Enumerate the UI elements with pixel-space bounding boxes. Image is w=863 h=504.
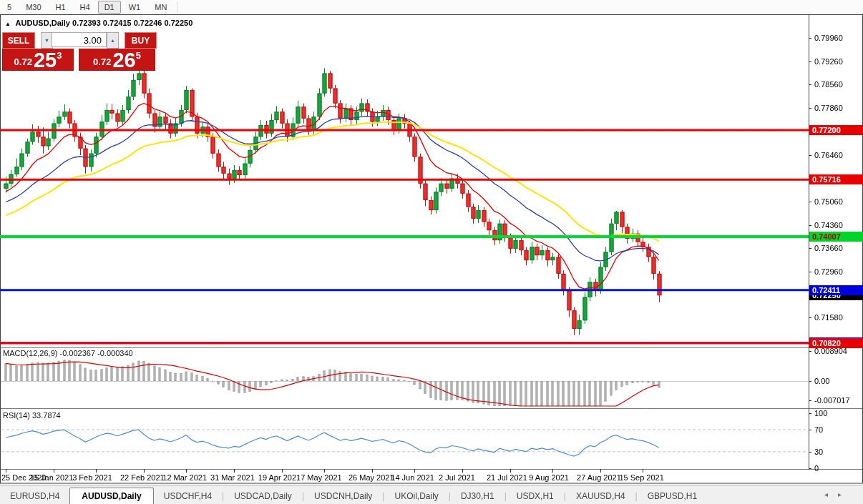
date-axis-label: 12 Mar 2021 (162, 473, 207, 482)
buy-price-pip: 5 (136, 50, 141, 61)
date-axis-label: 3 Feb 2021 (72, 473, 112, 482)
date-axis-label: 27 Aug 2021 (577, 473, 621, 482)
price-axis-tick-label: 0.72960 (814, 267, 843, 276)
sell-price-prefix: 0.72 (14, 56, 32, 67)
tab-ukoil-daily[interactable]: UKOil,Daily (384, 488, 448, 504)
sell-button[interactable]: SELL (2, 32, 35, 49)
chart-title: ▲ AUDUSD,Daily 0.72393 0.72415 0.72246 0… (5, 19, 192, 27)
sell-price-main: 25 (34, 51, 57, 69)
date-axis-label: 15 Sep 2021 (619, 473, 663, 482)
trading-terminal: 5M30H1H4D1W1MN ▲ AUDUSD,Daily 0.72393 0.… (0, 0, 863, 504)
rsi-value: 33.7874 (32, 411, 61, 420)
chevron-up-icon: ▲ (110, 38, 115, 43)
price-axis-tick-label: 0.79260 (814, 57, 843, 66)
macd-axis-label: -0.007017 (814, 396, 850, 405)
chart-symbol-label: AUDUSD,Daily (16, 19, 70, 27)
rsi-axis-label: 100 (814, 409, 827, 417)
price-level-tag-074007: 0.74007 (809, 232, 863, 242)
tab-scroll-left-icon[interactable]: ◂ (824, 490, 838, 498)
price-axis-tick-label: 0.75060 (814, 197, 843, 206)
date-axis-label: 9 Aug 2021 (529, 473, 569, 482)
macd-axis-label: 0.008904 (814, 347, 847, 355)
timeframe-button-h4[interactable]: H4 (74, 1, 97, 14)
price-axis-tick-label: 0.77860 (814, 104, 843, 112)
toolbar-separator (177, 2, 178, 12)
price-axis-tick-label: 0.73660 (814, 244, 843, 252)
macd-values: -0.002367 -0.000340 (59, 349, 132, 357)
buy-button[interactable]: BUY (125, 32, 157, 49)
rsi-axis-label: 30 (814, 448, 823, 456)
date-axis-label: 22 Feb 2021 (120, 473, 165, 482)
date-axis-label: 19 Apr 2021 (258, 473, 301, 482)
date-axis-label: 14 Jun 2021 (391, 473, 434, 482)
date-axis-label: 31 Mar 2021 (210, 473, 255, 482)
collapse-panel-icon[interactable]: ▲ (5, 21, 11, 27)
price-axis-tick-label: 0.78560 (814, 80, 843, 89)
buy-price-main: 26 (112, 51, 135, 69)
volume-increase-button[interactable]: ▲ (107, 32, 119, 49)
price-axis-tick-label: 0.76460 (814, 151, 843, 159)
tab-scroll-arrows: ◂▸ (824, 490, 852, 498)
sell-price-box[interactable]: 0.72 25 3 (2, 49, 74, 71)
tab-dj30-h1[interactable]: DJ30,H1 (451, 488, 504, 504)
buy-price-box[interactable]: 0.72 26 5 (79, 49, 155, 71)
tab-gbpusd-h1[interactable]: GBPUSD,H1 (638, 488, 707, 504)
tab-usdchf-h4[interactable]: USDCHF,H4 (154, 488, 222, 504)
volume-input[interactable]: 3.00 (52, 32, 107, 47)
price-level-tag-072411: 0.72411 (809, 285, 863, 295)
chart-tab-bar: EURUSD,H4AUDUSD,DailyUSDCHF,H4|USDCAD,Da… (0, 485, 863, 504)
chart-canvas[interactable] (0, 0, 863, 504)
date-axis-label: 7 May 2021 (301, 473, 341, 482)
price-axis-tick-label: 0.79960 (814, 34, 843, 42)
timeframe-button-h1[interactable]: H1 (49, 1, 72, 14)
date-axis-label: 26 May 2021 (348, 473, 394, 482)
date-axis-label: 21 Jul 2021 (487, 473, 527, 482)
tab-usdx-h1[interactable]: USDX,H1 (507, 488, 564, 504)
buy-price-prefix: 0.72 (93, 56, 111, 67)
tab-eurusd-h4[interactable]: EURUSD,H4 (0, 488, 69, 504)
timeframe-button-5[interactable]: 5 (1, 1, 18, 14)
macd-axis-label: 0.00 (814, 377, 829, 385)
timeframe-button-m30[interactable]: M30 (19, 1, 47, 14)
rsi-axis-label: 70 (814, 425, 823, 434)
tab-audusd-daily[interactable]: AUDUSD,Daily (69, 488, 153, 504)
chevron-down-icon: ▼ (44, 38, 49, 43)
tab-xauusd-h4[interactable]: XAUUSD,H4 (566, 488, 635, 504)
tab-scroll-right-icon[interactable]: ▸ (838, 490, 852, 498)
macd-label: MACD(12,26,9) -0.002367 -0.000340 (3, 349, 133, 357)
price-level-tag-077200: 0.77200 (809, 125, 863, 135)
timeframe-button-mn[interactable]: MN (148, 1, 173, 14)
price-level-tag-075716: 0.75716 (809, 174, 863, 184)
sell-price-pip: 3 (57, 50, 62, 61)
rsi-label: RSI(14) 33.7874 (3, 411, 61, 420)
chart-ohlc-values: 0.72393 0.72415 0.72246 0.72250 (72, 19, 192, 27)
price-axis-tick-label: 0.74360 (814, 221, 843, 229)
timeframe-button-d1[interactable]: D1 (98, 1, 121, 14)
date-axis-label: 2 Jul 2021 (439, 473, 475, 482)
price-axis-tick-label: 0.71580 (814, 313, 843, 322)
date-axis-label: 15 Jan 2021 (30, 473, 74, 482)
timeframe-button-w1[interactable]: W1 (122, 1, 147, 14)
tab-usdcad-daily[interactable]: USDCAD,Daily (224, 488, 302, 504)
tab-usdcnh-daily[interactable]: USDCNH,Daily (304, 488, 382, 504)
timeframe-toolbar: 5M30H1H4D1W1MN (0, 0, 863, 14)
rsi-axis-label: 0 (814, 464, 819, 473)
